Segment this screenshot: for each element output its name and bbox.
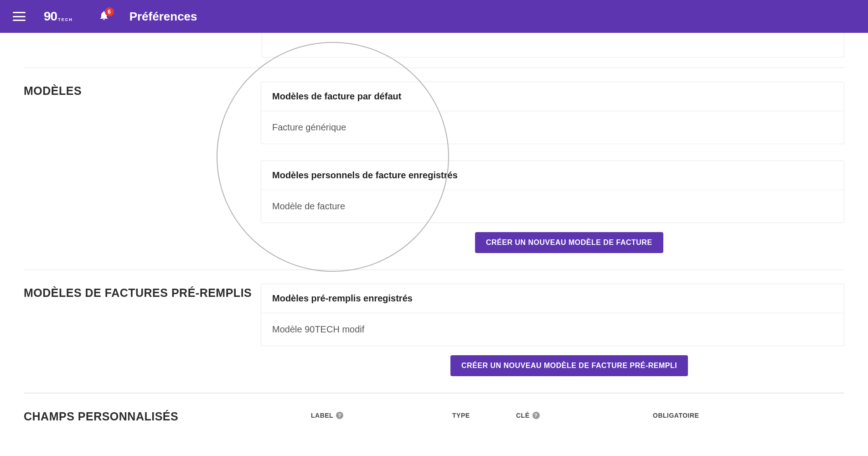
section-title-preremplis: MODÈLES DE FACTURES PRÉ-REMPLIS [24,285,261,301]
help-icon[interactable]: ? [532,412,540,419]
card-title-prefilled: Modèles pré-remplis enregistrés [261,284,844,313]
create-prefilled-template-button[interactable]: CRÉER UN NOUVEAU MODÈLE DE FACTURE PRÉ-R… [450,355,688,376]
help-icon[interactable]: ? [336,412,343,419]
list-item-personal-template[interactable]: Modèle de facture [272,200,833,212]
logo-mark: 90 [44,9,57,24]
personal-invoice-templates-card: Modèles personnels de facture enregistré… [261,161,844,223]
col-header-key: CLÉ [516,412,530,419]
app-logo[interactable]: 90 TECH [44,9,73,24]
section-title-champs: CHAMPS PERSONNALISÉS [24,409,261,424]
default-invoice-templates-card: Modèles de facture par défaut Facture gé… [261,82,844,144]
page-title: Préférences [129,10,197,24]
prefilled-templates-card: Modèles pré-remplis enregistrés Modèle 9… [261,284,844,346]
app-header: 90 TECH 6 Préférences [0,0,868,33]
previous-section-card-bottom [262,33,844,57]
col-header-type: TYPE [452,412,470,419]
col-header-obligatoire: OBLIGATOIRE [653,412,699,419]
card-title-default-templates: Modèles de facture par défaut [261,82,844,111]
create-invoice-template-button[interactable]: CRÉER UN NOUVEAU MODÈLE DE FACTURE [475,232,663,253]
hamburger-icon[interactable] [13,12,26,21]
list-item-default-template[interactable]: Facture générique [272,121,833,134]
notification-button[interactable]: 6 [98,10,109,23]
section-title-modeles: MODÈLES [24,83,261,98]
notification-badge: 6 [105,7,114,16]
logo-subtext: TECH [58,17,73,22]
col-header-label: LABEL [311,412,333,419]
list-item-prefilled-template[interactable]: Modèle 90TECH modif [272,323,833,336]
card-title-personal-templates: Modèles personnels de facture enregistré… [261,161,844,190]
